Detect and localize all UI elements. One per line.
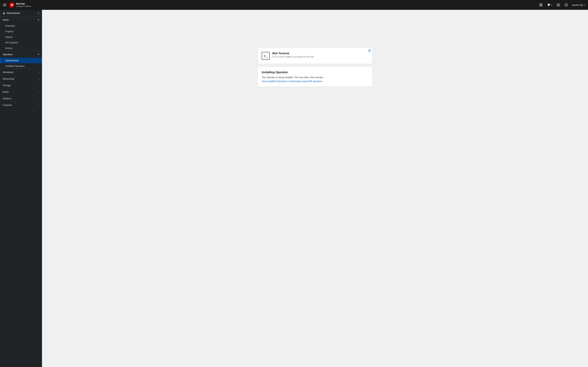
svg-point-11 <box>369 50 371 52</box>
sidebar: Administrator ▼ Home ▼ Overview Projects… <box>0 10 42 367</box>
hamburger-button[interactable] <box>3 3 7 7</box>
sidebar-item-installed-operators[interactable]: Installed Operators <box>0 63 42 69</box>
storage-label: Storage <box>3 84 11 87</box>
sidebar-item-search[interactable]: Search <box>0 34 42 40</box>
brand-subtitle: Container Platform <box>16 5 31 7</box>
bell-icon <box>547 3 550 7</box>
sidebar-section-operators: Operators ▼ OperatorHub Installed Operat… <box>0 51 42 69</box>
compute-label: Compute <box>3 104 12 106</box>
content-area: >_ Web Terminal 1.5.0+0.1657724953.p pro… <box>258 48 372 362</box>
home-section-title: Home <box>3 18 9 21</box>
home-section-header[interactable]: Home ▼ <box>0 17 42 23</box>
workloads-chevron-icon: › <box>39 71 39 73</box>
compute-chevron-icon: › <box>39 104 39 106</box>
home-items: Overview Projects Search API Explorer Ev… <box>0 23 42 51</box>
sidebar-section-compute[interactable]: Compute › <box>0 102 42 108</box>
sidebar-item-api-explorer[interactable]: API Explorer <box>0 40 42 45</box>
networking-label: Networking <box>3 77 14 80</box>
storage-chevron-icon: › <box>39 84 39 86</box>
svg-text:?: ? <box>566 4 567 6</box>
sidebar-item-events[interactable]: Events <box>0 45 42 51</box>
sidebar-item-overview[interactable]: Overview <box>0 23 42 29</box>
plus-icon <box>557 3 560 7</box>
svg-rect-3 <box>540 5 541 6</box>
sidebar-section-home: Home ▼ Overview Projects Search API Expl… <box>0 17 42 51</box>
perspective-section: Administrator ▼ <box>0 10 42 17</box>
perspective-chevron: ▼ <box>37 12 39 14</box>
installing-description: The Operator is being installed. This ma… <box>262 76 368 79</box>
notifications-badge: 2 <box>551 4 552 6</box>
user-menu-label: opentlc-mgr <box>572 4 583 6</box>
main-content: >_ Web Terminal 1.5.0+0.1657724953.p pro… <box>42 10 588 367</box>
operator-card: >_ Web Terminal 1.5.0+0.1657724953.p pro… <box>258 48 372 64</box>
observe-chevron-icon: › <box>39 97 39 100</box>
networking-chevron-icon: › <box>39 78 39 80</box>
svg-rect-2 <box>541 4 542 5</box>
sidebar-item-operatorhub[interactable]: OperatorHub <box>0 58 42 63</box>
svg-rect-4 <box>541 5 542 6</box>
notifications-button[interactable]: 2 <box>546 3 553 7</box>
app-body: Administrator ▼ Home ▼ Overview Projects… <box>0 10 588 367</box>
svg-rect-1 <box>540 4 541 5</box>
sidebar-section-storage[interactable]: Storage › <box>0 82 42 89</box>
grid-icon <box>539 3 543 7</box>
sidebar-section-workloads[interactable]: Workloads › <box>0 69 42 75</box>
operator-version: 1.5.0+0.1657724953.p provided by Red Hat <box>272 56 368 58</box>
observe-label: Observe <box>3 97 11 100</box>
sidebar-item-projects[interactable]: Projects <box>0 29 42 34</box>
installing-card: Installing Operator The Operator is bein… <box>258 67 372 87</box>
operators-items: OperatorHub Installed Operators <box>0 58 42 69</box>
top-navigation: Red Hat Container Platform 2 <box>0 0 588 10</box>
sidebar-section-observe[interactable]: Observe › <box>0 95 42 102</box>
operators-section-title: Operators <box>3 53 13 56</box>
builds-label: Builds <box>3 91 9 93</box>
help-icon: ? <box>564 3 568 7</box>
operators-section-header[interactable]: Operators ▼ <box>0 51 42 58</box>
builds-chevron-icon: › <box>39 91 39 93</box>
installed-operators-link[interactable]: View installed Operators in Namespace op… <box>262 80 322 83</box>
help-button[interactable]: ? <box>564 3 569 7</box>
workloads-label: Workloads <box>3 71 13 74</box>
redhat-logo-icon <box>9 2 15 8</box>
perspective-header[interactable]: Administrator ▼ <box>0 10 42 17</box>
brand-name: Red Hat <box>16 2 31 5</box>
brand-logo: Red Hat Container Platform <box>9 2 31 8</box>
perspective-label: Administrator <box>7 12 20 14</box>
sidebar-section-builds[interactable]: Builds › <box>0 89 42 95</box>
operator-terminal-icon: >_ <box>262 52 269 60</box>
user-menu-chevron: ▼ <box>584 4 585 6</box>
terminal-icon-text: >_ <box>264 54 268 58</box>
home-chevron: ▼ <box>37 19 39 21</box>
installing-title: Installing Operator <box>262 71 368 74</box>
operator-info: Web Terminal 1.5.0+0.1657724953.p provid… <box>272 52 368 58</box>
user-menu[interactable]: opentlc-mgr ▼ <box>572 4 585 6</box>
operator-name: Web Terminal <box>272 52 368 55</box>
card-corner-icon <box>368 49 371 52</box>
brand-text: Red Hat Container Platform <box>16 2 31 7</box>
operators-chevron: ▼ <box>37 53 39 56</box>
apps-menu-button[interactable] <box>539 3 543 7</box>
administrator-icon <box>3 12 5 14</box>
add-button[interactable] <box>556 3 561 7</box>
sidebar-section-networking[interactable]: Networking › <box>0 75 42 82</box>
